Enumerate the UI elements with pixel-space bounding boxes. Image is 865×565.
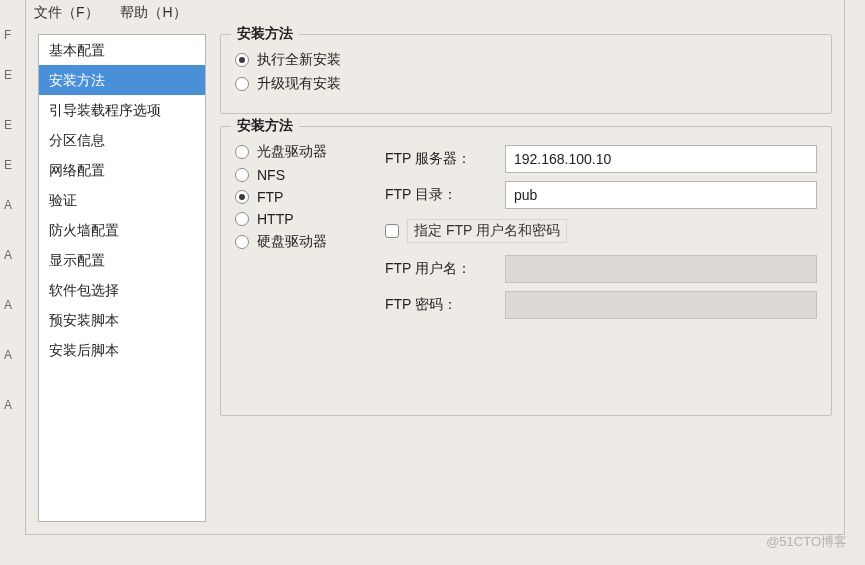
radio-source-nfs[interactable] <box>235 168 249 182</box>
sidebar-item-packages[interactable]: 软件包选择 <box>39 275 205 305</box>
radio-source-http-label: HTTP <box>257 211 294 227</box>
menu-file[interactable]: 文件（F） <box>34 4 99 20</box>
radio-source-hd-label: 硬盘驱动器 <box>257 233 327 251</box>
ftp-dir-input[interactable] <box>505 181 817 209</box>
menu-help[interactable]: 帮助（H） <box>120 4 186 20</box>
radio-source-http[interactable] <box>235 212 249 226</box>
source-radio-column: 光盘驱动器 NFS FTP HTTP <box>235 137 385 327</box>
radio-fresh-install-label: 执行全新安装 <box>257 51 341 69</box>
ftp-user-label: FTP 用户名： <box>385 260 505 278</box>
ftp-server-input[interactable] <box>505 145 817 173</box>
radio-source-hd[interactable] <box>235 235 249 249</box>
sidebar-item-postscript[interactable]: 安装后脚本 <box>39 335 205 365</box>
radio-upgrade-install-label: 升级现有安装 <box>257 75 341 93</box>
radio-source-ftp[interactable] <box>235 190 249 204</box>
watermark-text: @51CTO博客 <box>766 533 847 551</box>
radio-source-ftp-label: FTP <box>257 189 283 205</box>
ftp-auth-label: 指定 FTP 用户名和密码 <box>407 219 567 243</box>
menubar: 文件（F） 帮助（H） <box>26 0 844 28</box>
sidebar-item-basic[interactable]: 基本配置 <box>39 35 205 65</box>
sidebar-item-firewall[interactable]: 防火墙配置 <box>39 215 205 245</box>
radio-upgrade-install[interactable] <box>235 77 249 91</box>
radio-source-nfs-label: NFS <box>257 167 285 183</box>
sidebar-item-partition[interactable]: 分区信息 <box>39 125 205 155</box>
radio-source-cdrom[interactable] <box>235 145 249 159</box>
sidebar-item-display[interactable]: 显示配置 <box>39 245 205 275</box>
install-source-title: 安装方法 <box>231 117 299 135</box>
section-sidebar: 基本配置 安装方法 引导装载程序选项 分区信息 网络配置 验证 防火墙配置 显示… <box>38 34 206 522</box>
ftp-pass-label: FTP 密码： <box>385 296 505 314</box>
left-rail-letters: F E E E A A A A A <box>0 0 24 565</box>
install-type-group: 安装方法 执行全新安装 升级现有安装 <box>220 34 832 114</box>
install-type-title: 安装方法 <box>231 25 299 43</box>
sidebar-item-auth[interactable]: 验证 <box>39 185 205 215</box>
sidebar-item-bootloader[interactable]: 引导装载程序选项 <box>39 95 205 125</box>
ftp-pass-input <box>505 291 817 319</box>
main-panel: 安装方法 执行全新安装 升级现有安装 安装方法 光盘驱动器 <box>220 34 832 522</box>
sidebar-item-install-method[interactable]: 安装方法 <box>39 65 205 95</box>
sidebar-item-network[interactable]: 网络配置 <box>39 155 205 185</box>
ftp-server-label: FTP 服务器： <box>385 150 505 168</box>
ftp-auth-checkbox[interactable] <box>385 224 399 238</box>
install-source-group: 安装方法 光盘驱动器 NFS FTP <box>220 126 832 416</box>
sidebar-item-prescript[interactable]: 预安装脚本 <box>39 305 205 335</box>
radio-source-cdrom-label: 光盘驱动器 <box>257 143 327 161</box>
kickstart-config-window: 文件（F） 帮助（H） 基本配置 安装方法 引导装载程序选项 分区信息 网络配置… <box>25 0 845 535</box>
ftp-dir-label: FTP 目录： <box>385 186 505 204</box>
ftp-user-input <box>505 255 817 283</box>
ftp-settings-column: FTP 服务器： FTP 目录： 指定 FTP 用户名和密码 FTP <box>385 137 817 327</box>
radio-fresh-install[interactable] <box>235 53 249 67</box>
